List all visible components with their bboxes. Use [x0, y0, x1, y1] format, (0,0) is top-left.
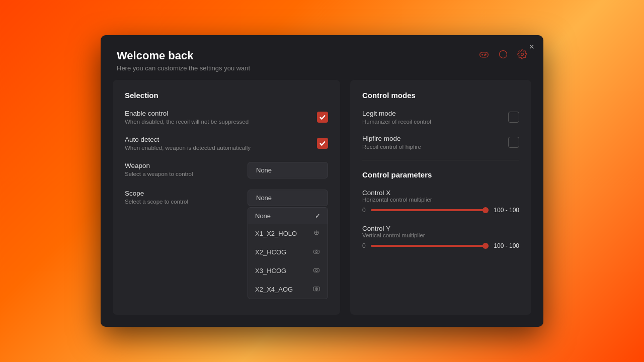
- check-icon: ✓: [315, 212, 320, 220]
- control-y-desc: Vertical control multiplier: [362, 232, 519, 238]
- control-x-track: [371, 209, 489, 211]
- control-params-title: Control parameters: [362, 170, 519, 179]
- control-x-label: Control X: [362, 189, 519, 197]
- svg-point-11: [315, 251, 317, 253]
- enable-control-checkbox[interactable]: [317, 112, 328, 123]
- dropdown-item-x2x4aog[interactable]: X2_X4_AOG: [248, 280, 328, 299]
- svg-point-3: [486, 54, 487, 55]
- scope-dropdown-menu: None ✓ X1_X2_HOLO: [248, 207, 328, 299]
- weapon-row: Weapon Select a weapon to control None: [125, 162, 328, 178]
- modal-header: Welcome back Here you can customize the …: [101, 35, 543, 80]
- dropdown-item-x2hcog-label: X2_HCOG: [255, 248, 286, 256]
- scope-hcog-icon: [312, 247, 320, 257]
- dropdown-item-x2hcog[interactable]: X2_HCOG: [248, 243, 328, 261]
- header-text: Welcome back Here you can customize the …: [117, 49, 250, 72]
- scope-select-button[interactable]: None: [248, 190, 328, 206]
- svg-rect-0: [480, 52, 489, 57]
- right-panel: Control modes Legit mode Humanizer of re…: [350, 80, 531, 315]
- scope-label: Scope: [125, 190, 248, 197]
- control-y-fill: [371, 245, 489, 247]
- legit-mode-label: Legit mode: [362, 110, 431, 117]
- settings-gear-icon[interactable]: [517, 49, 527, 62]
- scope-desc: Select a scope to control: [125, 199, 248, 205]
- svg-point-6: [521, 53, 524, 56]
- control-y-label: Control Y: [362, 225, 519, 232]
- scope-row: Scope Select a scope to control None Non…: [125, 190, 328, 206]
- auto-detect-row: Auto detect When enabled, weapon is dete…: [125, 136, 328, 151]
- modal-subtitle: Here you can customize the settings you …: [117, 64, 250, 72]
- auto-detect-info: Auto detect When enabled, weapon is dete…: [125, 136, 317, 151]
- dropdown-item-x1x2holo[interactable]: X1_X2_HOLO: [248, 224, 328, 243]
- dropdown-item-x1x2holo-label: X1_X2_HOLO: [255, 230, 297, 237]
- control-y-track: [371, 245, 489, 247]
- dropdown-item-x2x4aog-label: X2_X4_AOG: [255, 286, 293, 293]
- control-modes-title: Control modes: [362, 91, 519, 100]
- control-x-fill: [371, 209, 489, 211]
- scope-aog-icon: [312, 285, 320, 294]
- control-y-values: 0 100 - 100: [362, 242, 519, 249]
- selection-title: Selection: [125, 91, 328, 100]
- enable-control-desc: When disabled, the recoil will not be su…: [125, 119, 317, 125]
- dropdown-item-x3hcog[interactable]: X3_HCOG: [248, 261, 328, 280]
- circle-icon[interactable]: [498, 49, 508, 62]
- legit-mode-desc: Humanizer of recoil control: [362, 119, 431, 125]
- legit-mode-row: Legit mode Humanizer of recoil control: [362, 110, 519, 125]
- auto-detect-label: Auto detect: [125, 136, 317, 143]
- scope-x3hcog-icon: [312, 266, 320, 276]
- control-x-desc: Horizontal control multiplier: [362, 197, 519, 203]
- dropdown-item-x3hcog-label: X3_HCOG: [255, 267, 286, 275]
- svg-point-5: [500, 51, 507, 58]
- enable-control-row: Enable control When disabled, the recoil…: [125, 110, 328, 125]
- scope-dropdown-wrapper: None None ✓ X1_X2_HOLO: [248, 190, 328, 206]
- weapon-label: Weapon: [125, 162, 248, 169]
- auto-detect-desc: When enabled, weapon is detected automat…: [125, 145, 317, 151]
- hipfire-mode-label: Hipfire mode: [362, 135, 421, 142]
- scope-holo-icon: [312, 229, 320, 238]
- enable-control-label: Enable control: [125, 110, 317, 117]
- hipfire-mode-info: Hipfire mode Recoil control of hipfire: [362, 135, 421, 150]
- control-x-max: 100 - 100: [494, 207, 519, 214]
- weapon-select-button[interactable]: None: [248, 162, 328, 178]
- left-panel: Selection Enable control When disabled, …: [113, 80, 340, 315]
- close-button[interactable]: ×: [529, 42, 534, 51]
- modal-body: Selection Enable control When disabled, …: [101, 80, 543, 327]
- hipfire-mode-checkbox[interactable]: [508, 137, 519, 148]
- control-y-slider[interactable]: [371, 245, 489, 247]
- weapon-desc: Select a weapon to control: [125, 171, 248, 177]
- control-y-min: 0: [362, 242, 366, 249]
- hipfire-mode-row: Hipfire mode Recoil control of hipfire: [362, 135, 519, 150]
- control-y-max: 100 - 100: [494, 242, 519, 249]
- svg-point-13: [315, 269, 317, 272]
- auto-detect-checkbox[interactable]: [317, 138, 328, 149]
- header-icons: [479, 49, 527, 62]
- modal-title: Welcome back: [117, 49, 250, 62]
- divider: [362, 160, 519, 160]
- enable-control-info: Enable control When disabled, the recoil…: [125, 110, 317, 125]
- legit-mode-info: Legit mode Humanizer of recoil control: [362, 110, 431, 125]
- control-x-thumb: [482, 207, 489, 213]
- legit-mode-checkbox[interactable]: [508, 112, 519, 123]
- dropdown-item-none[interactable]: None ✓: [248, 208, 328, 224]
- control-x-values: 0 100 - 100: [362, 207, 519, 214]
- control-x-slider[interactable]: [371, 209, 489, 211]
- controller-icon[interactable]: [479, 49, 489, 62]
- hipfire-mode-desc: Recoil control of hipfire: [362, 144, 421, 150]
- weapon-info: Weapon Select a weapon to control: [125, 162, 248, 177]
- svg-point-4: [485, 55, 486, 56]
- scope-info: Scope Select a scope to control: [125, 190, 248, 205]
- control-x-row: Control X Horizontal control multiplier …: [362, 189, 519, 214]
- control-y-thumb: [482, 243, 489, 249]
- control-y-row: Control Y Vertical control multiplier 0 …: [362, 225, 519, 249]
- control-x-min: 0: [362, 207, 366, 214]
- main-modal: Welcome back Here you can customize the …: [101, 35, 543, 327]
- dropdown-item-none-label: None: [255, 212, 271, 220]
